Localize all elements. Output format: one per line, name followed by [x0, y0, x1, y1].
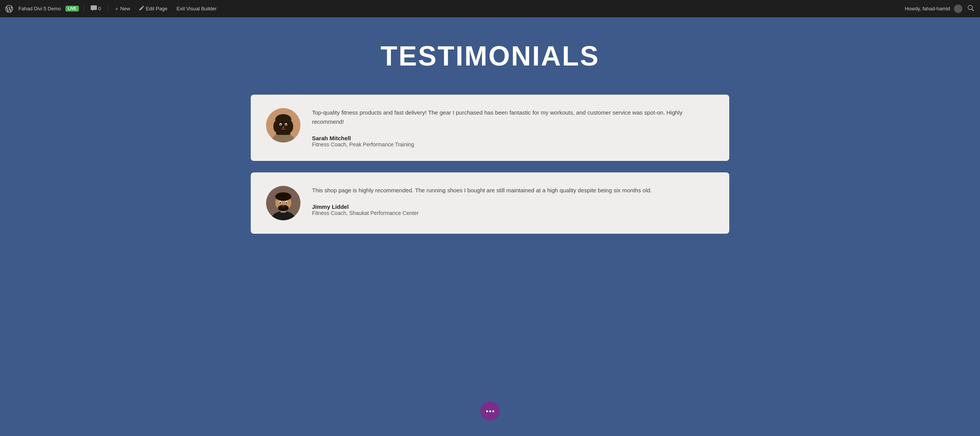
dot-1 [486, 410, 488, 412]
edit-page-button[interactable]: Edit Page [137, 4, 170, 13]
comment-icon [91, 5, 97, 12]
avatar-jimmy [266, 186, 301, 220]
testimonial-name-1: Sarah Mitchell [312, 135, 714, 141]
new-button[interactable]: + New [113, 4, 132, 13]
testimonial-author-1: Sarah Mitchell Fitness Coach, Peak Perfo… [312, 135, 714, 148]
edit-icon [139, 6, 144, 11]
testimonial-card-1: Top-quality fitness products and fast de… [251, 95, 729, 161]
search-icon[interactable] [966, 3, 975, 14]
testimonial-name-2: Jimmy Liddel [312, 203, 714, 210]
svg-point-12 [283, 127, 284, 128]
divider-1 [83, 5, 84, 13]
testimonials-container: Top-quality fitness products and fast de… [251, 95, 729, 234]
svg-point-17 [275, 192, 291, 201]
admin-bar-left: Fahad Divi 5 Demo Live 0 + New [5, 4, 900, 13]
svg-point-23 [283, 204, 284, 206]
exit-visual-builder-button[interactable]: Exit Visual Builder [174, 4, 219, 13]
testimonial-quote-1: Top-quality fitness products and fast de… [312, 108, 714, 126]
divider-2 [108, 5, 108, 13]
page-content: TESTIMONIALS [0, 17, 980, 436]
testimonial-role-2: Fitness Coach, Shaukat Performance Cente… [312, 210, 714, 216]
testimonial-role-1: Fitness Coach, Peak Performance Training [312, 141, 714, 148]
testimonial-body-2: This shop page is highly recommended. Th… [312, 186, 714, 216]
user-avatar-icon[interactable] [954, 5, 962, 13]
dot-3 [492, 410, 494, 412]
testimonial-card-2: This shop page is highly recommended. Th… [251, 172, 729, 234]
comments-link[interactable]: 0 [88, 4, 103, 13]
floating-dots-button[interactable] [480, 402, 500, 421]
testimonial-body-1: Top-quality fitness products and fast de… [312, 108, 714, 148]
svg-point-11 [285, 124, 287, 126]
comment-count-value: 0 [98, 6, 101, 11]
live-badge: Live [65, 6, 78, 11]
howdy-text: Howdy, fahad-hamid [905, 6, 950, 11]
svg-point-22 [286, 202, 287, 203]
svg-point-21 [279, 202, 281, 203]
wordpress-logo-icon[interactable] [5, 4, 14, 13]
admin-bar: Fahad Divi 5 Demo Live 0 + New [0, 0, 980, 17]
admin-bar-right: Howdy, fahad-hamid [905, 3, 975, 14]
site-name[interactable]: Fahad Divi 5 Demo [18, 6, 61, 11]
plus-icon: + [115, 6, 118, 12]
page-title: TESTIMONIALS [381, 40, 599, 72]
svg-point-10 [280, 124, 281, 126]
dot-2 [489, 410, 491, 412]
testimonial-author-2: Jimmy Liddel Fitness Coach, Shaukat Perf… [312, 203, 714, 216]
svg-point-18 [278, 205, 289, 211]
avatar-sarah [266, 108, 301, 143]
testimonial-quote-2: This shop page is highly recommended. Th… [312, 186, 714, 195]
